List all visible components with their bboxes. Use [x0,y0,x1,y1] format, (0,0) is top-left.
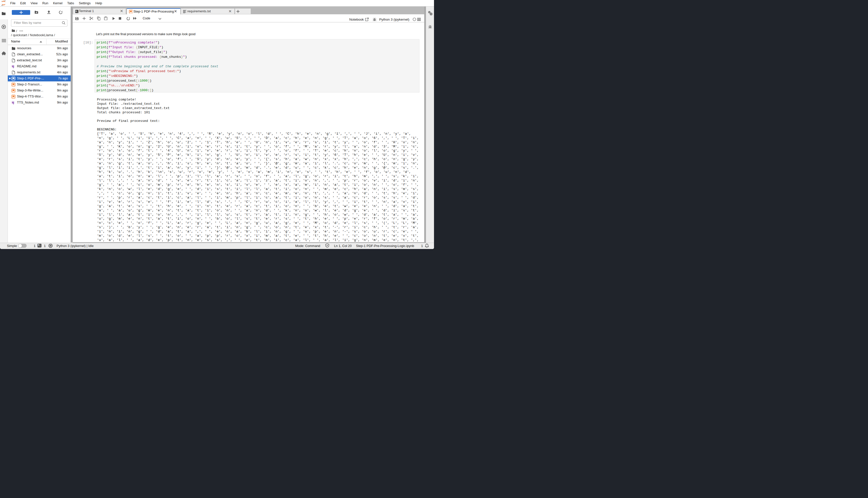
svg-text:M: M [12,101,14,104]
svg-text:M: M [12,65,14,68]
